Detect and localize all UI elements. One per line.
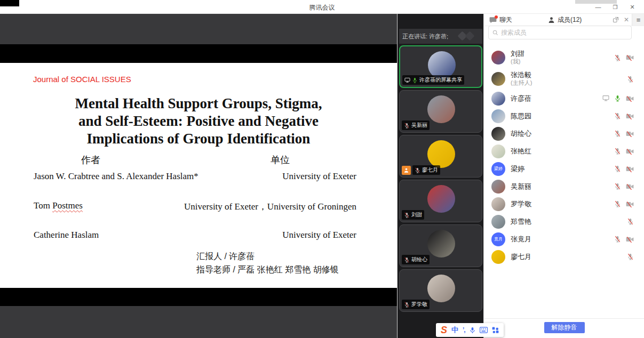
member-name-block: 罗学敬 <box>511 200 531 208</box>
member-name-block: 郑雪艳 <box>511 218 531 226</box>
tile-name-chip: 吴新丽 <box>402 120 430 130</box>
ime-punctuation-icon[interactable]: ’, <box>463 326 465 334</box>
tab-members-label: 成员(12) <box>558 15 582 25</box>
tile-status-chips: 刘甜 <box>402 210 424 220</box>
spellcheck-underlined-word: Postmes <box>52 200 83 211</box>
sogou-logo-icon[interactable]: S <box>441 325 447 335</box>
member-status-icons <box>627 76 634 83</box>
camera-off-icon <box>626 183 634 190</box>
member-row[interactable]: 廖七月 <box>484 248 644 265</box>
chat-unread-badge <box>495 15 498 19</box>
tile-status-chips: 许彦蓓的屏幕共享 <box>402 75 464 85</box>
participant-avatar <box>427 140 455 168</box>
mic-muted-icon <box>614 130 621 137</box>
panel-close-icon[interactable]: ✕ <box>621 14 632 26</box>
member-row[interactable]: 梁婷梁婷 <box>484 160 644 178</box>
member-row[interactable]: 张浩毅(主持人) <box>484 68 644 90</box>
paper-title-line3: Implications of Group Identification <box>0 130 397 148</box>
member-status-icons <box>614 200 634 207</box>
member-status-icons <box>627 218 634 225</box>
chat-icon <box>489 17 497 23</box>
ime-grid-icon[interactable] <box>492 327 499 334</box>
ime-toolbar[interactable]: S 中 ’, <box>436 323 504 337</box>
member-row[interactable]: 许彦蓓 <box>484 90 644 107</box>
mic-muted-icon <box>627 218 634 225</box>
side-panel: 聊天 成员(12) ✕ ≡ 刘甜(我)张浩毅(主持人)许彦蓓陈思园胡 <box>483 14 644 338</box>
member-status-icons <box>627 253 634 260</box>
member-search-input[interactable] <box>501 29 627 36</box>
tile-name-chip: 廖七月 <box>412 165 440 175</box>
member-name: 张艳红 <box>511 148 531 155</box>
ime-language-toggle[interactable]: 中 <box>451 325 458 335</box>
unmute-button[interactable]: 解除静音 <box>544 322 585 333</box>
mic-muted-icon <box>415 167 420 173</box>
mic-muted-icon <box>614 54 621 61</box>
member-row[interactable]: 陈思园 <box>484 107 644 125</box>
member-avatar <box>491 92 505 106</box>
member-name-block: 梁婷 <box>511 165 524 173</box>
member-row[interactable]: 吴新丽 <box>484 178 644 195</box>
video-tile[interactable]: 廖七月 <box>399 135 482 178</box>
member-name: 张竟月 <box>511 236 531 243</box>
close-button[interactable]: ✕ <box>625 2 640 12</box>
background-window-artifact <box>575 0 617 4</box>
mic-muted-icon <box>627 76 634 83</box>
video-tiles: 许彦蓓的屏幕共享吴新丽廖七月刘甜胡绘心罗学敬 <box>399 45 482 314</box>
video-tile[interactable]: 罗学敬 <box>399 269 482 312</box>
member-row[interactable]: 郑雪艳 <box>484 213 644 230</box>
member-name-block: 陈思园 <box>511 112 531 120</box>
member-row[interactable]: 张艳红 <box>484 142 644 160</box>
mic-muted-icon <box>614 148 621 155</box>
member-row[interactable]: 胡绘心 <box>484 125 644 142</box>
tab-members[interactable]: 成员(12) <box>543 14 607 26</box>
member-row[interactable]: 竟月张竟月 <box>484 230 644 248</box>
member-status-icons <box>614 54 634 61</box>
member-name: 许彦蓓 <box>511 95 531 102</box>
presenter-line: 汇报人 / 许彦蓓 <box>196 250 339 263</box>
member-avatar: 竟月 <box>491 232 505 246</box>
tile-status-chips: 罗学敬 <box>402 300 430 309</box>
member-name: 梁婷 <box>511 165 524 173</box>
author-affiliation: University of Exeter <box>282 171 356 182</box>
tencent-meeting-window: 腾讯会议 — ❐ ✕ Journal of SOCIAL ISSUES Ment… <box>0 0 644 338</box>
ime-mic-icon[interactable] <box>470 327 475 334</box>
camera-off-icon <box>626 113 634 119</box>
author-row: Catherine HaslamUniversity of Exeter <box>34 230 356 240</box>
camera-off-icon <box>626 54 634 61</box>
journal-name: Journal of SOCIAL ISSUES <box>33 75 131 84</box>
participant-avatar <box>427 95 455 123</box>
member-row[interactable]: 罗学敬 <box>484 195 644 213</box>
member-avatar <box>491 127 505 141</box>
video-tile[interactable]: 胡绘心 <box>399 224 482 267</box>
video-tile[interactable]: 刘甜 <box>399 180 482 222</box>
video-tile[interactable]: 许彦蓓的屏幕共享 <box>399 45 482 88</box>
panel-menu-icon[interactable]: ≡ <box>632 14 644 26</box>
mic-muted-icon <box>614 112 621 119</box>
participant-avatar <box>427 230 455 257</box>
author-row: Jason W. Crabtree and S. Alexander Hasla… <box>34 171 356 182</box>
panel-footer: 解除静音 <box>484 318 644 338</box>
tile-name-chip: 许彦蓓的屏幕共享 <box>402 75 464 85</box>
advisors-line: 指导老师 / 严磊 张艳红 郑雪艳 胡修银 <box>196 263 339 276</box>
tile-name-chip: 罗学敬 <box>402 300 430 309</box>
video-tile[interactable]: 吴新丽 <box>399 90 482 133</box>
mic-on-icon <box>614 95 621 102</box>
meeting-watermark-icon <box>455 31 479 42</box>
member-search-box[interactable] <box>488 26 632 39</box>
tile-participant-label: 刘甜 <box>411 211 422 219</box>
ime-keyboard-icon[interactable] <box>480 327 488 333</box>
member-name: 吴新丽 <box>511 183 531 190</box>
tile-participant-label: 罗学敬 <box>411 301 427 308</box>
popout-icon[interactable] <box>610 14 621 26</box>
member-name-block: 张艳红 <box>511 148 531 155</box>
presenter-block: 汇报人 / 许彦蓓 指导老师 / 严磊 张艳红 郑雪艳 胡修银 <box>196 250 339 276</box>
mic-muted-icon <box>614 183 621 190</box>
tile-participant-label: 廖七月 <box>422 166 438 174</box>
paper-title-line2: and Self-Esteem: Positive and Negative <box>0 112 397 130</box>
member-row[interactable]: 刘甜(我) <box>484 47 644 68</box>
member-status-icons <box>614 148 634 155</box>
hand-raised-icon <box>402 166 411 175</box>
member-name-block: 刘甜(我) <box>511 50 524 65</box>
author-row: Tom PostmesUniversity of Exeter，Universi… <box>34 200 356 213</box>
tab-chat[interactable]: 聊天 <box>484 14 543 26</box>
